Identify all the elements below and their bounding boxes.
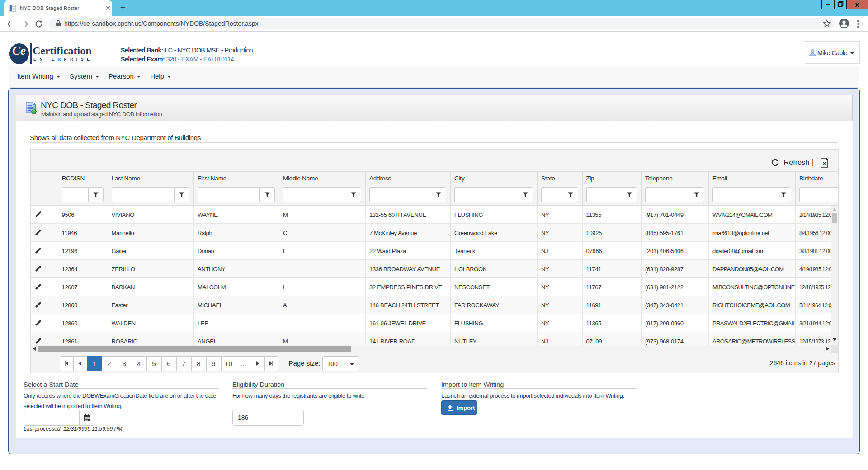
svg-text:x: x [822,160,826,167]
svg-text:x: x [855,0,859,8]
